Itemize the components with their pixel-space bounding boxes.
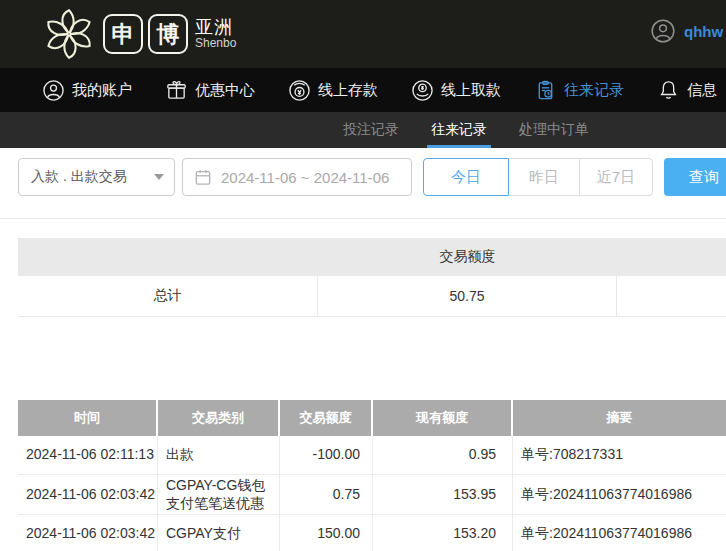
col-header-remark: 摘要: [513, 400, 726, 436]
col-header-type: 交易类别: [158, 400, 280, 436]
summary-total-empty: [617, 276, 726, 316]
nav-label: 我的账户: [72, 81, 132, 100]
cell-amount: -100.00: [280, 436, 373, 474]
nav-label: 线上存款: [318, 81, 378, 100]
user-icon: [42, 79, 65, 102]
nav-item-my-account[interactable]: 我的账户: [42, 79, 132, 102]
summary-total-label: 总计: [18, 276, 318, 316]
nav-item-deposit[interactable]: 线上存款: [288, 79, 378, 102]
date-range-value: 2024-11-06 ~ 2024-11-06: [221, 169, 389, 186]
tab-label: 往来记录: [431, 121, 487, 139]
summary-total-row: 总计 50.75: [18, 276, 726, 317]
main-nav: 我的账户 优惠中心 线上存款 线上取款: [0, 68, 726, 112]
tab-transaction-records[interactable]: 往来记录: [431, 112, 487, 148]
account-menu[interactable]: qhhw: [650, 18, 723, 44]
summary-header-empty2: [617, 238, 726, 276]
logo-char-shen: 申: [103, 14, 143, 54]
brand-subtitle: Shenbo: [195, 37, 236, 50]
nav-item-records[interactable]: 往来记录: [534, 79, 624, 102]
today-button[interactable]: 今日: [423, 158, 509, 196]
brand-text: 亚洲 Shenbo: [195, 18, 236, 49]
tab-group: 投注记录 往来记录 处理中订单: [343, 112, 589, 148]
nav-item-withdraw[interactable]: 线上取款: [411, 79, 501, 102]
yesterday-button[interactable]: 昨日: [508, 158, 580, 196]
summary-header-row: 交易额度: [18, 238, 726, 276]
table-row: 2024-11-06 02:11:13 出款 -100.00 0.95 单号:7…: [18, 436, 726, 475]
nav-label: 信息: [687, 81, 717, 100]
section-divider: [0, 218, 726, 219]
date-range-input[interactable]: 2024-11-06 ~ 2024-11-06: [182, 158, 412, 196]
username: qhhw: [684, 23, 723, 40]
nav-item-messages[interactable]: 信息: [657, 79, 717, 102]
cell-remark: 单号:202411063774016986: [513, 475, 726, 514]
records-icon: [534, 79, 557, 102]
cell-remark: 单号:708217331: [513, 436, 726, 474]
col-header-amount: 交易额度: [280, 400, 373, 436]
summary-header-empty: [18, 238, 318, 276]
cell-type: CGPAY-CG钱包支付笔笔送优惠: [158, 475, 280, 514]
brand-logo[interactable]: 申 博 亚洲 Shenbo: [40, 5, 236, 63]
cell-type: 出款: [158, 436, 280, 474]
nav-label: 线上取款: [441, 81, 501, 100]
summary-header-amount: 交易额度: [318, 238, 617, 276]
cell-time: 2024-11-06 02:03:42: [18, 475, 158, 514]
select-value: 入款 . 出款交易: [31, 168, 154, 186]
nav-label: 往来记录: [564, 81, 624, 100]
cell-amount: 150.00: [280, 515, 373, 551]
transactions-table: 时间 交易类别 交易额度 现有额度 摘要 2024-11-06 02:11:13…: [18, 400, 726, 551]
logo-char-bo: 博: [148, 14, 188, 54]
filter-bar: 入款 . 出款交易 2024-11-06 ~ 2024-11-06 今日 昨日 …: [0, 158, 726, 196]
gift-icon: [165, 79, 188, 102]
last7days-button[interactable]: 近7日: [579, 158, 653, 196]
user-avatar-icon: [650, 18, 676, 44]
withdraw-icon: [411, 79, 434, 102]
calendar-icon: [193, 167, 213, 187]
summary-table: 交易额度 总计 50.75: [18, 238, 726, 317]
transaction-type-select[interactable]: 入款 . 出款交易: [18, 158, 175, 196]
tab-pending-orders[interactable]: 处理中订单: [519, 112, 589, 148]
search-button[interactable]: 查询: [664, 158, 726, 196]
summary-total-value: 50.75: [318, 276, 617, 316]
cell-type: CGPAY支付: [158, 515, 280, 551]
active-tab-underline: [427, 145, 491, 148]
table-header-row: 时间 交易类别 交易额度 现有额度 摘要: [18, 400, 726, 436]
flower-logo-icon: [40, 5, 98, 63]
col-header-balance: 现有额度: [373, 400, 513, 436]
cell-amount: 0.75: [280, 475, 373, 514]
tab-betting-records[interactable]: 投注记录: [343, 112, 399, 148]
cell-remark: 单号:202411063774016986: [513, 515, 726, 551]
deposit-icon: [288, 79, 311, 102]
nav-label: 优惠中心: [195, 81, 255, 100]
table-row: 2024-11-06 02:03:42 CGPAY-CG钱包支付笔笔送优惠 0.…: [18, 475, 726, 515]
nav-item-promotions[interactable]: 优惠中心: [165, 79, 255, 102]
cell-balance: 153.95: [373, 475, 513, 514]
bell-icon: [657, 79, 680, 102]
cell-time: 2024-11-06 02:11:13: [18, 436, 158, 474]
table-row: 2024-11-06 02:03:42 CGPAY支付 150.00 153.2…: [18, 515, 726, 551]
app-window: 申 博 亚洲 Shenbo qhhw 我的账户: [0, 0, 726, 551]
brand-region: 亚洲: [195, 18, 236, 37]
sub-nav: 投注记录 往来记录 处理中订单: [0, 112, 726, 148]
cell-time: 2024-11-06 02:03:42: [18, 515, 158, 551]
chevron-down-icon: [154, 174, 164, 180]
site-header: 申 博 亚洲 Shenbo qhhw: [0, 0, 726, 68]
cell-balance: 153.20: [373, 515, 513, 551]
quick-date-group: 今日 昨日 近7日: [423, 158, 653, 196]
col-header-time: 时间: [18, 400, 158, 436]
cell-balance: 0.95: [373, 436, 513, 474]
